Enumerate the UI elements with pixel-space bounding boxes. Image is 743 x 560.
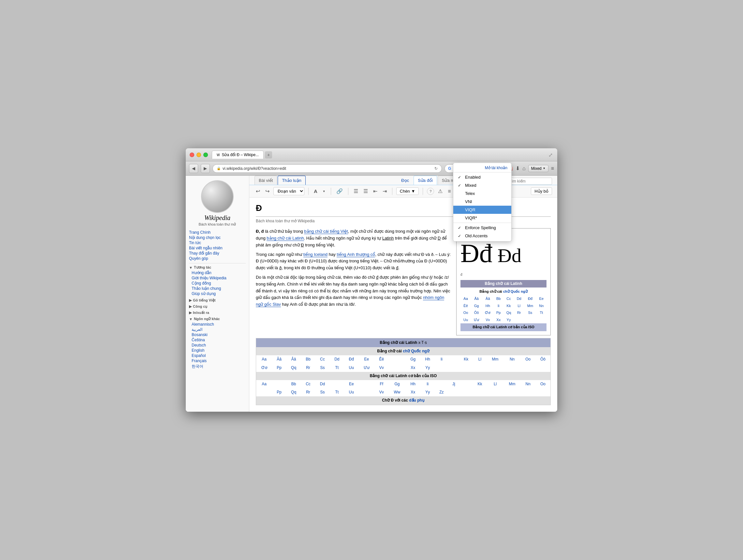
- char-table-subheader-quoc-ngu: Bảng chữ cái chữ Quốc ngữ: [461, 288, 547, 295]
- sidebar-in-xuat-ra-label: In/xuất ra: [193, 311, 209, 315]
- wide-table-quoc-ngu-header: Bảng chữ cái chữ Quốc ngữ: [256, 347, 551, 355]
- sidebar-item-noi-dung[interactable]: Nội dung chọn lọc: [189, 235, 246, 240]
- open-account-link[interactable]: Mở tài khoản: [453, 164, 511, 171]
- tab-doc[interactable]: Đọc: [397, 176, 413, 185]
- collapse-arrow-cong-cu: ▶: [189, 304, 191, 309]
- browser-window: W Sửa đổi Đ – Wikipe... + ⤢ ◀ ▶ 🔒 vi.wik…: [186, 148, 557, 412]
- sidebar-item-thay-doi[interactable]: Thay đổi gần đây: [189, 251, 246, 256]
- char-row-3: OoÔôƠơPp QqRrSsTt: [461, 309, 547, 316]
- minimize-button[interactable]: [196, 153, 201, 157]
- wiki-title: Wikipedia: [189, 214, 246, 222]
- more-options-button[interactable]: ≡: [446, 188, 452, 195]
- redo-button[interactable]: ↪: [264, 187, 271, 195]
- sidebar-item-english[interactable]: English: [191, 348, 246, 353]
- dropdown-item-old-accents[interactable]: ✓ Old Accents: [453, 232, 511, 240]
- wiki-globe: [201, 180, 234, 213]
- sidebar-item-cong-dong[interactable]: Cộng đồng: [191, 281, 246, 286]
- menu-icon[interactable]: ≡: [551, 166, 554, 171]
- sidebar-tuong-tac-header[interactable]: ▼ Tương tác: [189, 265, 246, 269]
- sidebar-item-giup-su-dung[interactable]: Giúp sử dụng: [191, 291, 246, 296]
- toolbar-divider-2: [331, 188, 331, 195]
- sidebar-item-bosanski[interactable]: Bosanski: [191, 332, 246, 337]
- forward-button[interactable]: ▶: [201, 164, 210, 173]
- collapse-arrow-go-tieng-viet: ▶: [189, 298, 191, 302]
- link-bang-chu-cai[interactable]: bảng chữ cái tiếng Việt: [304, 229, 348, 234]
- home-icon[interactable]: ⌂: [522, 166, 526, 171]
- tab-bai-viet[interactable]: Bài viết: [255, 176, 277, 185]
- address-text: vi.wikipedia.org/wiki/Đ?veaction=edit: [223, 166, 432, 171]
- dropdown-item-vni[interactable]: VNI: [453, 198, 511, 206]
- font-button[interactable]: A: [312, 188, 319, 195]
- check-old-accents: ✓: [458, 234, 463, 238]
- close-button[interactable]: [190, 153, 194, 157]
- toolbar-divider-1: [308, 188, 309, 195]
- active-tab[interactable]: W Sửa đổi Đ – Wikipe...: [212, 150, 264, 159]
- sidebar-item-arabic[interactable]: العربية: [191, 327, 246, 332]
- download-icon[interactable]: ⬇: [516, 165, 520, 171]
- tab-thao-luan[interactable]: Thảo luận: [278, 176, 305, 185]
- char-table-latinh: Bảng chữ cái Latinh: [461, 280, 547, 288]
- dropdown-item-mixed[interactable]: ✓ Mixed: [453, 181, 511, 189]
- sidebar-item-gioi-thieu[interactable]: Giới thiệu Wikipedia: [191, 275, 246, 281]
- sidebar-item-francais[interactable]: Français: [191, 358, 246, 363]
- sidebar-item-tin-tuc[interactable]: Tin tức: [189, 240, 246, 246]
- link-nhom-ngon-ngu[interactable]: nhóm ngôn ngữ gốc Slav: [256, 295, 444, 307]
- dropdown-item-telex[interactable]: Telex: [453, 189, 511, 198]
- mixed-button[interactable]: Mixed ▼: [528, 165, 549, 172]
- indent-more-button[interactable]: ⇥: [381, 187, 388, 195]
- tab-sua-doi[interactable]: Sửa đổi: [413, 176, 437, 185]
- warning-button[interactable]: ⚠: [437, 187, 444, 195]
- sidebar-go-tieng-viet-header[interactable]: ▶ Gõ tiếng Việt: [189, 298, 246, 302]
- dropdown-item-viqr-star[interactable]: VIQR*: [453, 214, 511, 222]
- link-tieng-iceland[interactable]: tiếng Iceland: [303, 252, 328, 257]
- insert-button[interactable]: Chèn ▼: [396, 187, 419, 195]
- dropdown-item-enforce-spelling[interactable]: ✓ Enforce Spelling: [453, 224, 511, 232]
- toolbar-divider-5: [423, 188, 423, 195]
- dropdown-arrow-font[interactable]: ▼: [321, 189, 327, 193]
- maximize-button[interactable]: [203, 153, 208, 157]
- article-paragraph-1: Đ, đ là chữ thứ bảy trong bảng chữ cái t…: [256, 228, 451, 248]
- wide-table-iso-row2: PpQqRr SsTtUu VvWwXx YyZz: [256, 388, 551, 396]
- link-bang-chu-cai-latinh[interactable]: bảng chữ cái Latinh: [267, 236, 304, 241]
- numbered-list-button[interactable]: ☰: [362, 187, 369, 195]
- back-button[interactable]: ◀: [189, 164, 198, 173]
- sidebar-item-deutsch[interactable]: Deutsch: [191, 343, 246, 348]
- check-enforce-spelling: ✓: [458, 225, 463, 230]
- toolbar-divider-4: [392, 188, 392, 195]
- bullet-list-button[interactable]: ☰: [352, 187, 359, 195]
- fullscreen-icon[interactable]: ⤢: [549, 152, 553, 158]
- sidebar-item-bai-viet-ngau-nhien[interactable]: Bài viết ngẫu nhiên: [189, 246, 246, 251]
- sidebar-item-espanol[interactable]: Español: [191, 353, 246, 358]
- paragraph-select[interactable]: Đoạn văn: [273, 187, 304, 195]
- indent-less-button[interactable]: ⇤: [372, 187, 379, 195]
- letter-variant: Đd: [497, 240, 521, 271]
- new-tab-button[interactable]: +: [265, 151, 272, 159]
- refresh-icon[interactable]: ↻: [434, 166, 438, 171]
- dropdown-label-viqr-star: VIQR*: [465, 215, 507, 220]
- sidebar-item-huong-dan[interactable]: Hướng dẫn: [191, 270, 246, 275]
- sidebar-item-quyen-gop[interactable]: Quyên góp: [189, 256, 246, 261]
- address-bar[interactable]: 🔒 vi.wikipedia.org/wiki/Đ?veaction=edit …: [213, 164, 442, 173]
- sidebar-item-cestina[interactable]: Čeština: [191, 337, 246, 343]
- traffic-lights: [190, 153, 208, 157]
- help-button[interactable]: ?: [427, 188, 434, 195]
- mixed-label: Mixed: [531, 166, 541, 171]
- dropdown-item-viqr[interactable]: VIQR: [453, 206, 511, 214]
- sidebar-cong-cu-header[interactable]: ▶ Công cụ: [189, 304, 246, 309]
- wiki-logo: Wikipedia Bách khoa toàn thư mở: [189, 180, 246, 226]
- sidebar-main-nav: Trang Chính Nội dung chọn lọc Tin tức Bà…: [189, 230, 246, 261]
- link-button[interactable]: 🔗: [335, 187, 344, 195]
- wiki-search-input[interactable]: [507, 178, 552, 185]
- dropdown-item-enabled[interactable]: ✓ Enabled: [453, 173, 511, 181]
- char-row-4: UuƯưVvXx Yy: [461, 316, 547, 324]
- sidebar-in-xuat-ra-header[interactable]: ▶ In/xuất ra: [189, 311, 246, 315]
- cancel-button[interactable]: Hủy bỏ: [531, 187, 552, 195]
- sidebar-item-korean[interactable]: 한국어: [191, 363, 246, 370]
- sidebar-item-trang-chinh[interactable]: Trang Chính: [189, 230, 246, 235]
- sidebar-ngon-ngu-header[interactable]: ▼ Ngôn ngữ khác: [189, 317, 246, 321]
- undo-button[interactable]: ↩: [255, 187, 261, 195]
- sidebar-item-alemannisch[interactable]: Alemannisch: [191, 322, 246, 327]
- sidebar-item-thao-luan[interactable]: Thảo luận chung: [191, 286, 246, 291]
- link-tieng-anh-thuong-co[interactable]: tiếng Anh thượng cổ: [337, 252, 375, 257]
- back-icon: ◀: [192, 166, 195, 171]
